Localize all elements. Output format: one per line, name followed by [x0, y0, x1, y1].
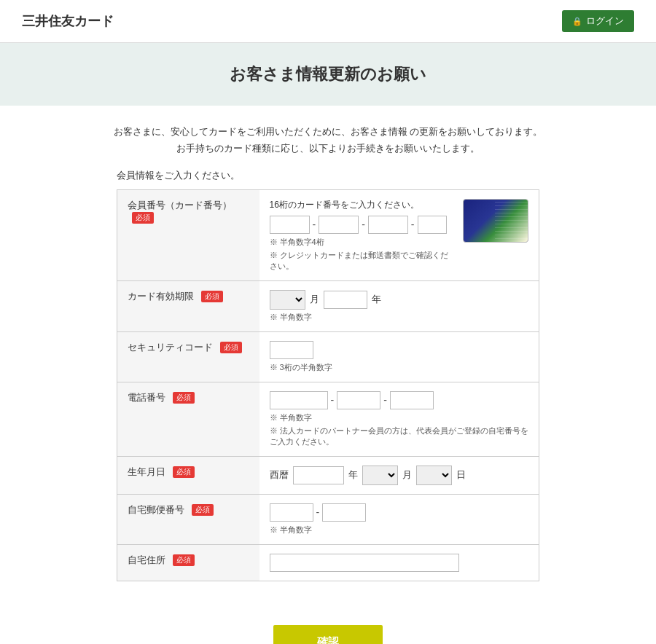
confirm-area: 確認 — [0, 603, 656, 644]
birthday-year-label: 年 — [348, 468, 358, 482]
confirm-button[interactable]: 確認 — [273, 625, 383, 644]
card-number-input-4[interactable] — [418, 216, 447, 234]
birthday-label: 生年月日 必須 — [117, 456, 259, 494]
birthday-field: 西暦 年 010203 040506 070809 101112 月 01020… — [259, 456, 539, 494]
intro-line2: お手持ちのカード種類に応じ、以下よりお手続きをお願いいたします。 — [15, 140, 641, 157]
card-image — [463, 199, 528, 243]
security-row: セキュリティコード 必須 3桁の半角数字 — [117, 331, 539, 382]
required-badge: 必須 — [220, 342, 242, 353]
phone-note-1: 半角数字 — [270, 412, 529, 423]
required-badge: 必須 — [173, 392, 195, 404]
card-note-2: クレジットカードまたは郵送書類でご確認ください。 — [270, 250, 453, 272]
address-row: 自宅住所 必須 — [117, 544, 539, 581]
intro-line1: お客さまに、安心してカードをご利用いただくために、お客さま情報 の更新をお願いし… — [15, 123, 641, 140]
card-hint: 16桁のカード番号をご入力ください。 — [270, 199, 453, 211]
expiry-year-label: 年 — [372, 293, 381, 306]
birthday-year-input[interactable] — [293, 466, 344, 484]
address-label: 自宅住所 必須 — [117, 544, 259, 581]
card-number-input-3[interactable] — [368, 216, 408, 234]
required-badge: 必須 — [173, 466, 195, 478]
header: 三井住友カード ログイン — [0, 0, 656, 43]
hero-banner: お客さま情報更新のお願い — [0, 43, 656, 106]
phone-label: 電話番号 必須 — [117, 382, 259, 456]
card-number-row: 会員番号（カード番号） 必須 16桁のカード番号をご入力ください。 - - - — [117, 189, 539, 280]
address-field — [259, 544, 539, 581]
expiry-year-input[interactable] — [324, 291, 367, 309]
form-section: 会員情報をご入力ください。 会員番号（カード番号） 必須 16桁のカード番号をご… — [0, 169, 656, 603]
required-badge: 必須 — [201, 291, 223, 302]
phone-input-1[interactable] — [270, 391, 328, 409]
phone-input-3[interactable] — [390, 391, 434, 409]
birthday-row: 生年月日 必須 西暦 年 010203 040506 070809 101112… — [117, 456, 539, 494]
phone-field: - - 半角数字 法人カードのパートナー会員の方は、代表会員がご登録の自宅番号を… — [259, 382, 539, 456]
security-label: セキュリティコード 必須 — [117, 331, 259, 382]
form-section-label: 会員情報をご入力ください。 — [117, 169, 539, 182]
page-title: お客さま情報更新のお願い — [0, 63, 656, 85]
expiry-label: カード有効期限 必須 — [117, 280, 259, 331]
security-field: 3桁の半角数字 — [259, 331, 539, 382]
postal-field: - 半角数字 — [259, 494, 539, 544]
postal-note: 半角数字 — [270, 525, 529, 535]
logo: 三井住友カード — [22, 12, 114, 30]
login-button[interactable]: ログイン — [562, 10, 634, 32]
required-badge: 必須 — [192, 504, 214, 516]
intro-text: お客さまに、安心してカードをご利用いただくために、お客さま情報 の更新をお願いし… — [0, 106, 656, 169]
postal-label: 自宅郵便番号 必須 — [117, 494, 259, 544]
postal-input-1[interactable] — [270, 503, 313, 522]
address-input[interactable] — [270, 554, 459, 572]
card-number-label: 会員番号（カード番号） 必須 — [117, 189, 259, 280]
birthday-era-label: 西暦 — [270, 468, 289, 482]
birthday-month-label: 月 — [402, 468, 412, 482]
birthday-day-select[interactable]: 0102030405 0607080910 1112131415 1617181… — [416, 466, 452, 485]
form-table: 会員番号（カード番号） 必須 16桁のカード番号をご入力ください。 - - - — [117, 189, 539, 581]
phone-row: 電話番号 必須 - - 半角数字 法人カードのパートナー会員の方は、代表会員がご… — [117, 382, 539, 456]
birthday-month-select[interactable]: 010203 040506 070809 101112 — [362, 466, 398, 485]
expiry-month-select[interactable]: 010203 040506 070809 101112 — [270, 290, 305, 310]
expiry-field: 010203 040506 070809 101112 月 年 半角数字 — [259, 280, 539, 331]
card-number-input-1[interactable] — [270, 216, 310, 234]
phone-input-2[interactable] — [337, 391, 380, 409]
expiry-row: カード有効期限 必須 010203 040506 070809 101112 月… — [117, 280, 539, 331]
phone-note-2: 法人カードのパートナー会員の方は、代表会員がご登録の自宅番号をご入力ください。 — [270, 425, 529, 447]
card-note-1: 半角数字4桁 — [270, 237, 453, 248]
postal-input-2[interactable] — [322, 503, 366, 522]
expiry-month-label: 月 — [310, 293, 319, 306]
required-badge: 必須 — [173, 554, 195, 566]
card-number-input-2[interactable] — [319, 216, 359, 234]
security-note: 3桁の半角数字 — [270, 362, 529, 373]
card-number-field: 16桁のカード番号をご入力ください。 - - - 半角数字4桁 クレジットカード… — [259, 189, 539, 280]
security-code-input[interactable] — [270, 341, 313, 359]
birthday-day-label: 日 — [456, 468, 466, 482]
expiry-note: 半角数字 — [270, 312, 529, 323]
required-badge: 必須 — [132, 212, 154, 224]
postal-row: 自宅郵便番号 必須 - 半角数字 — [117, 494, 539, 544]
